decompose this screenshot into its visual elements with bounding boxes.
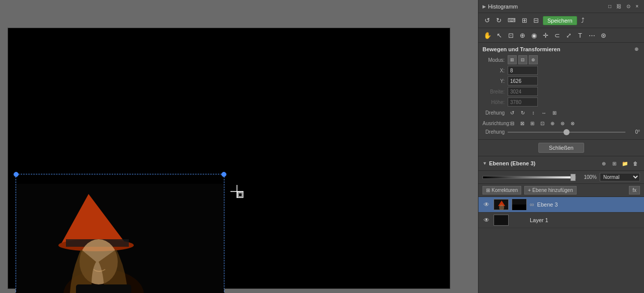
tool-more[interactable]: ⋯	[587, 30, 597, 40]
y-input[interactable]	[508, 76, 538, 85]
layer-row-ebene3[interactable]: 👁 ∞ Ebene 3	[478, 197, 644, 213]
opacity-row: 100% Normal Auflösen Abdunkeln Multipliz…	[478, 171, 644, 184]
bewegen-section: Bewegen und Transformieren ⊕ Modus: ⊞ ⊟ …	[478, 43, 644, 140]
handle-top-right[interactable]	[221, 172, 226, 177]
ebenen-section: ▼ Ebenen (Ebene 3) ⊕ ⊞ 📁 🗑 100% Normal A…	[478, 156, 644, 293]
opacity-value: 100%	[579, 174, 597, 180]
modus-row: Modus: ⊞ ⊟ ⊕	[482, 55, 640, 64]
align-left[interactable]: ⊟	[508, 119, 517, 128]
histogram-btn-resize[interactable]: □	[607, 3, 613, 10]
breite-row: Breite:	[482, 87, 640, 96]
svg-rect-6	[76, 284, 131, 293]
tool-lasso[interactable]: ⊕	[517, 30, 527, 40]
rotate-icon-3[interactable]: ↕	[529, 108, 538, 117]
rotate-icon-2[interactable]: ↻	[518, 108, 527, 117]
opacity-slider[interactable]	[482, 176, 576, 179]
fx-button[interactable]: fx	[629, 186, 640, 194]
modus-icon-3[interactable]: ⊕	[529, 55, 538, 64]
y-label: Y:	[482, 78, 508, 84]
tool-text[interactable]: T	[575, 30, 585, 40]
redo-button[interactable]: ↻	[494, 16, 504, 25]
main-canvas	[8, 28, 450, 289]
breite-input[interactable]	[508, 87, 538, 96]
layer-thumb-ebene3	[494, 199, 509, 210]
bewegen-expand-btn[interactable]: ⊕	[633, 46, 640, 52]
drehung-icons-label: Drehung	[482, 110, 508, 116]
collapse-arrow-icon[interactable]: ▶	[482, 4, 486, 9]
schliessen-button[interactable]: Schließen	[538, 143, 584, 153]
layer-eye-layer1[interactable]: 👁	[482, 216, 491, 224]
tool-transform[interactable]: ⊂	[552, 30, 562, 40]
modus-icon-2[interactable]: ⊟	[518, 55, 527, 64]
svg-rect-4	[66, 239, 129, 247]
rotate-icon-5[interactable]: ⊞	[550, 108, 559, 117]
x-input[interactable]	[508, 66, 538, 75]
tool-hand[interactable]: ✋	[482, 30, 493, 40]
hinzufuegen-label: Ebene hinzufügen	[532, 187, 573, 193]
x-row: X:	[482, 66, 640, 75]
drehung-slider-label: Drehung	[482, 129, 508, 135]
modus-icon-1[interactable]: ⊞	[508, 55, 517, 64]
rotate-icons: ↺ ↻ ↕ ↔ ⊞	[508, 108, 559, 117]
align-icons: ⊟ ⊠ ⊞ ⊡ ⊕ ⊛ ⊗	[508, 119, 577, 128]
toolbar-btn-export[interactable]: ⤴	[579, 16, 587, 25]
ebenen-title-row: ▼ Ebenen (Ebene 3)	[482, 160, 535, 166]
bewegen-title: Bewegen und Transformieren	[482, 46, 560, 52]
handle-top-left[interactable]	[14, 172, 19, 177]
blend-mode-select[interactable]: Normal Auflösen Abdunkeln Multiplizieren	[600, 173, 640, 181]
ebene-hinzufuegen-button[interactable]: + Ebene hinzufügen	[524, 186, 576, 194]
ebenen-collapse-arrow[interactable]: ▼	[482, 161, 487, 166]
ebenen-header-icons: ⊕ ⊞ 📁 🗑	[599, 159, 640, 168]
ausrichtung-label: Ausrichtung:	[482, 121, 508, 126]
korrekturen-row: ⊞ Korrekturen + Ebene hinzufügen fx	[478, 184, 644, 197]
layer-row-layer1[interactable]: 👁 Layer 1	[478, 213, 644, 228]
witch-image	[16, 184, 224, 293]
histogram-btn-chain[interactable]: ⛓	[615, 3, 623, 10]
hoehe-input[interactable]	[508, 97, 538, 107]
y-row: Y:	[482, 76, 640, 85]
svg-rect-9	[237, 192, 243, 198]
drehung-value: 0°	[627, 129, 640, 135]
tools-row: ✋ ↖ ⊡ ⊕ ◉ ✛ ⊂ ⤢ T ⋯ ⊛	[478, 28, 644, 43]
undo-button[interactable]: ↺	[482, 16, 492, 25]
ebenen-icon-folder[interactable]: 📁	[620, 159, 629, 168]
drehung-slider[interactable]	[508, 132, 625, 133]
cursor-icon	[229, 184, 245, 199]
toolbar-btn-3[interactable]: ⌨	[506, 16, 518, 25]
align-center-h[interactable]: ⊕	[548, 119, 557, 128]
align-right[interactable]: ⊞	[528, 119, 537, 128]
svg-rect-0	[16, 184, 224, 293]
align-extra[interactable]: ⊗	[568, 119, 577, 128]
ebenen-icon-delete[interactable]: 🗑	[631, 159, 640, 168]
hinzufuegen-icon: +	[528, 187, 531, 193]
tool-move[interactable]: ✛	[540, 30, 550, 40]
tool-eye[interactable]: ◉	[529, 30, 539, 40]
toolbar-btn-4[interactable]: ⊞	[520, 16, 529, 25]
ebenen-icon-duplicate[interactable]: ⊞	[610, 159, 619, 168]
breite-label: Breite:	[482, 89, 508, 94]
tool-extra[interactable]: ⊛	[598, 30, 608, 40]
histogram-btn-settings[interactable]: ⊙	[625, 3, 632, 10]
drehung-slider-row: Drehung 0°	[482, 129, 640, 135]
tool-resize[interactable]: ⤢	[564, 30, 574, 40]
rotate-icon-1[interactable]: ↺	[508, 108, 517, 117]
bewegen-header: Bewegen und Transformieren ⊕	[482, 46, 640, 52]
layer-thumb-layer1	[494, 215, 509, 226]
tool-crop[interactable]: ⊡	[506, 30, 516, 40]
korrekturen-button[interactable]: ⊞ Korrekturen	[482, 186, 521, 194]
align-center-v[interactable]: ⊠	[518, 119, 527, 128]
hoehe-label: Höhe:	[482, 100, 508, 105]
histogram-btn-close[interactable]: ×	[634, 3, 640, 10]
align-top[interactable]: ⊡	[538, 119, 547, 128]
toolbar-btn-5[interactable]: ⊟	[531, 16, 541, 25]
svg-marker-2	[61, 194, 126, 244]
tool-select[interactable]: ↖	[494, 30, 504, 40]
histogram-controls: □ ⛓ ⊙ ×	[607, 3, 640, 10]
ebenen-icon-new[interactable]: ⊕	[599, 159, 608, 168]
align-bottom[interactable]: ⊛	[558, 119, 567, 128]
schliessen-row: Schließen	[478, 140, 644, 156]
rotate-icon-4[interactable]: ↔	[539, 108, 548, 117]
x-label: X:	[482, 68, 508, 73]
save-button[interactable]: Speichern	[543, 16, 577, 25]
layer-eye-ebene3[interactable]: 👁	[482, 201, 491, 209]
